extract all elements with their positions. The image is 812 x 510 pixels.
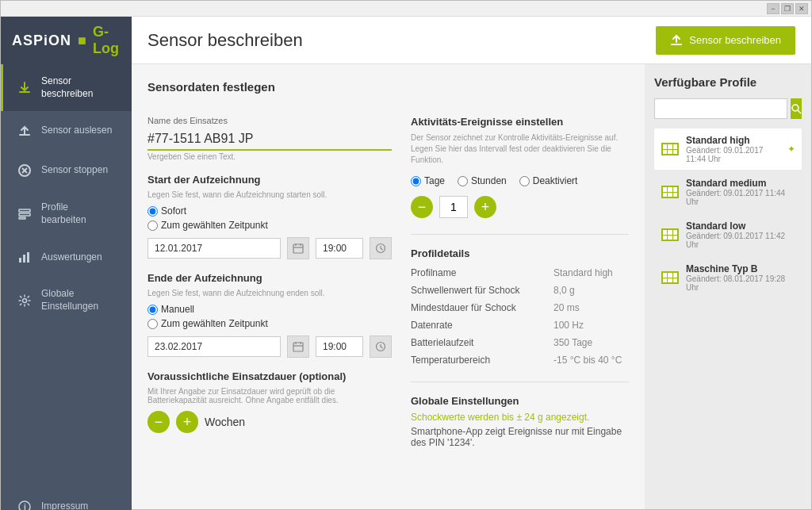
activity-tage-label: Tage [424,175,445,186]
detail-row: Mindestdauer für Schock20 ms [411,299,629,316]
sidebar-item-profile-bearbeiten[interactable]: Profilebearbeiten [1,190,132,237]
sidebar-label-sensor-stoppen: Sensor stoppen [41,164,108,177]
svg-point-9 [23,298,27,302]
profile-icon-standard-low [661,225,680,244]
svg-line-25 [381,347,383,348]
start-time-btn[interactable] [370,237,392,259]
profile-date-standard-high: Geändert: 09.01.2017 11:44 Uhr [686,146,781,163]
profile-search-btn[interactable] [791,98,802,119]
profile-star: ✦ [787,144,795,155]
start-date-input[interactable] [147,238,281,259]
profile-search-input[interactable] [654,98,787,119]
close-btn[interactable]: ✕ [795,3,808,14]
duration-hint: Mit Ihrer Angabe zur Einsatzdauer wird g… [147,387,392,405]
restore-btn[interactable]: ❐ [781,3,794,14]
sidebar-item-auswertungen[interactable]: Auswertungen [1,237,132,277]
start-calendar-btn[interactable] [287,237,309,259]
profile-item-standard-high[interactable]: Standard high Geändert: 09.01.2017 11:44… [654,128,802,170]
detail-val: 100 Hz [553,320,584,331]
clock-icon [375,243,386,254]
header: Sensor beschreiben Sensor beschreiben [132,17,811,64]
clock-icon-end [375,341,386,352]
header-sensor-beschreiben-button[interactable]: Sensor beschreiben [656,26,795,55]
sidebar-label-globale-einstellungen: GlobaleEinstellungen [41,288,98,313]
activity-section: Aktivitäts-Ereignisse einstellen Der Sen… [411,116,629,218]
detail-key: Batterielaufzeit [411,337,553,348]
duration-decrement-btn[interactable]: − [147,411,170,433]
duration-row: − + Wochen [147,411,392,433]
sidebar-item-globale-einstellungen[interactable]: GlobaleEinstellungen [1,277,132,324]
profile-icon-standard-high [661,140,680,159]
activity-stunden-radio[interactable] [458,176,468,186]
minimize-btn[interactable]: − [767,3,779,14]
start-zeitpunkt-radio[interactable] [147,220,158,231]
svg-rect-7 [23,255,25,263]
start-hint: Legen Sie fest, wann die Aufzeichnung st… [147,190,392,199]
svg-line-27 [798,110,801,113]
sidebar-label-sensor-auslesen: Sensor auslesen [41,125,112,137]
start-time-input[interactable] [316,238,363,259]
activity-counter-row: − 1 + [411,196,629,218]
activity-desc: Der Sensor zeichnet zur Kontrolle Aktivi… [411,132,629,166]
activity-tage-radio[interactable] [411,176,421,186]
end-datetime-row [147,336,392,358]
detail-row: Temperaturbereich-15 °C bis 40 °C [411,351,629,369]
profile-item-standard-medium[interactable]: Standard medium Geändert: 09.01.2017 11:… [654,171,802,213]
end-date-input[interactable] [147,336,281,357]
global-settings-section: Globale Einstellungen Schockwerte werden… [411,382,629,448]
sidebar-label-profile-bearbeiten: Profilebearbeiten [41,201,86,226]
end-time-btn[interactable] [370,336,392,358]
start-sofort-radio[interactable] [147,206,158,217]
upload-icon [16,122,33,140]
search-icon [791,103,802,114]
profile-name-standard-low: Standard low [686,220,795,232]
profile-item-maschine-typ-b[interactable]: Maschine Typ B Geändert: 08.01.2017 19:2… [654,257,802,298]
chart-icon [16,248,33,266]
duration-unit: Wochen [205,416,245,428]
logo-glog: G-Log [93,24,121,57]
activity-decrement-btn[interactable]: − [411,196,433,218]
name-input[interactable] [147,128,392,151]
left-column: Name des Einsatzes Vergeben Sie einen Te… [147,103,392,448]
header-btn-label: Sensor beschreiben [689,34,781,46]
svg-rect-6 [19,258,21,263]
sidebar-item-sensor-beschreiben[interactable]: Sensorbeschreiben [1,64,132,111]
detail-rows: ProfilnameStandard highSchwellenwert für… [411,264,629,369]
upload-icon-header [670,34,683,47]
detail-key: Temperaturbereich [411,355,553,366]
profile-icon [16,205,33,223]
name-section: Name des Einsatzes Vergeben Sie einen Te… [147,116,392,161]
detail-key: Mindestdauer für Schock [411,302,553,313]
profile-details-section: Profildetails ProfilnameStandard highSch… [411,234,629,369]
end-hint: Legen Sie fest, wann die Aufzeichnung en… [147,289,392,297]
logo-aspion: ASPiON [12,33,71,49]
calendar-icon [293,243,304,254]
activity-increment-btn[interactable]: + [474,196,496,218]
calendar-icon-end [293,341,304,352]
sidebar-item-sensor-stoppen[interactable]: Sensor stoppen [1,151,132,190]
window-chrome: − ❐ ✕ [1,1,811,17]
svg-rect-4 [19,213,30,216]
svg-line-18 [381,248,383,250]
detail-key: Datenrate [411,320,553,331]
profile-name-maschine-typ-b: Maschine Typ B [686,263,795,274]
end-calendar-btn[interactable] [287,336,309,358]
start-section: Start der Aufzeichnung Legen Sie fest, w… [147,174,392,259]
end-time-input[interactable] [316,336,363,357]
detail-row: Datenrate100 Hz [411,316,629,334]
activity-deaktiviert-radio[interactable] [519,176,530,186]
global-text2: Smartphone-App zeigt Ereignisse nur mit … [411,426,629,448]
detail-row: Schwellenwert für Schock8,0 g [411,282,629,299]
end-manuell-radio[interactable] [147,305,158,315]
svg-rect-5 [19,217,25,219]
sidebar-label-impressum: Impressum [41,500,88,510]
section-title: Sensordaten festlegen [147,80,629,94]
sidebar-item-sensor-auslesen[interactable]: Sensor auslesen [1,111,132,151]
profile-item-standard-low[interactable]: Standard low Geändert: 09.01.2017 11:42 … [654,214,802,255]
sidebar-item-impressum[interactable]: i Impressum [1,487,132,510]
end-zeitpunkt-radio[interactable] [147,319,158,329]
svg-text:i: i [24,503,26,510]
profile-list: Standard high Geändert: 09.01.2017 11:44… [654,128,802,298]
profile-date-maschine-typ-b: Geändert: 08.01.2017 19:28 Uhr [686,274,795,292]
duration-increment-btn[interactable]: + [176,411,198,433]
